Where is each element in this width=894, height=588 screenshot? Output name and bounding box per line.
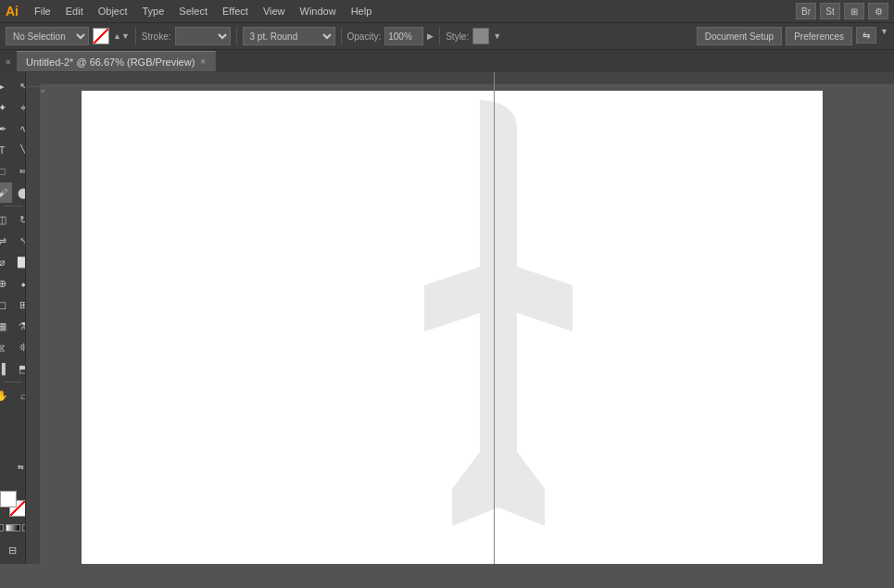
shape-builder-tool[interactable]: ⊕: [0, 273, 12, 294]
stock-icon[interactable]: St: [820, 3, 840, 19]
tool-row-5: □ ✏: [0, 161, 26, 181]
sep1: [135, 27, 136, 45]
tool-row-15: ✋ ⌕: [0, 385, 26, 406]
style-swatch[interactable]: [472, 28, 489, 44]
tool-row-7: ◫ ↻: [0, 209, 26, 230]
color-mode-solid[interactable]: [0, 524, 4, 532]
hand-tool[interactable]: ✋: [0, 385, 12, 406]
tab-bar: « Untitled-2* @ 66.67% (RGB/Preview) ×: [0, 50, 894, 72]
lasso-tool[interactable]: ⌖: [13, 97, 26, 118]
menu-file[interactable]: File: [28, 4, 57, 19]
arrange-icon[interactable]: ⇆: [856, 27, 876, 44]
line-tool[interactable]: ╲: [13, 140, 26, 160]
tool-row-9: ⌀ ⬜: [0, 252, 26, 272]
rectangle-tool[interactable]: □: [0, 161, 12, 181]
tool-row-1: ▸ ↖: [0, 76, 26, 96]
curvature-tool[interactable]: ∿: [13, 119, 26, 139]
type-tool[interactable]: T: [0, 140, 12, 160]
right-buttons: Document Setup Preferences ⇆ ▼: [697, 27, 888, 45]
blob-brush-tool[interactable]: ⬤: [13, 182, 26, 203]
sep2: [236, 27, 237, 45]
eyedropper-tool[interactable]: ⚗: [13, 316, 26, 336]
bridge-icon[interactable]: Br: [796, 3, 816, 19]
color-mode-gradient[interactable]: [6, 524, 20, 532]
airplane-shape: [359, 100, 637, 564]
left-toolbar: ▸ ↖ ✦ ⌖ ✒ ∿ T ╲ □ ✏ 🖌 ⬤ ◫ ↻ ⇌ ⤡: [0, 72, 26, 564]
document-tab[interactable]: Untitled-2* @ 66.67% (RGB/Preview) ×: [17, 51, 216, 71]
tool-row-2: ✦ ⌖: [0, 97, 26, 118]
tool-row-6: 🖌 ⬤: [0, 182, 26, 203]
arrange-arrow[interactable]: ▼: [880, 27, 888, 45]
gradient-tool[interactable]: ▦: [0, 316, 12, 336]
horizontal-ruler: // Will be drawn by SVG inline: [26, 72, 894, 87]
artboard[interactable]: [82, 91, 823, 564]
zoom-tool[interactable]: ⌕: [13, 385, 26, 406]
pen-tool[interactable]: ✒: [0, 119, 12, 139]
artboard-tool[interactable]: ⬒: [13, 358, 26, 379]
grid-icon[interactable]: ⊞: [844, 3, 864, 19]
scale-tool[interactable]: ⤡: [13, 231, 26, 251]
tool-row-3: ✒ ∿: [0, 119, 26, 139]
live-paint-tool[interactable]: ⬥: [13, 273, 26, 294]
menu-help[interactable]: Help: [345, 4, 379, 19]
sep3: [341, 27, 342, 45]
scroll-indicator: «: [41, 87, 50, 96]
tool-row-8: ⇌ ⤡: [0, 231, 26, 251]
tool-row-11: ◻ ⊞: [0, 294, 26, 315]
color-area: ⇆: [0, 491, 26, 535]
menu-bar: Ai File Edit Object Type Select Effect V…: [0, 0, 894, 22]
selection-tool[interactable]: ▸: [0, 76, 12, 96]
free-transform-tool[interactable]: ⬜: [13, 252, 26, 272]
stroke-color-swatch[interactable]: [93, 28, 109, 44]
column-graph-tool[interactable]: ▐: [0, 358, 12, 379]
style-arrow[interactable]: ▼: [493, 31, 501, 41]
main-area: ▸ ↖ ✦ ⌖ ✒ ∿ T ╲ □ ✏ 🖌 ⬤ ◫ ↻ ⇌ ⤡: [0, 72, 894, 564]
menu-icons-group: Br St ⊞ ⚙: [796, 3, 888, 19]
direct-selection-tool[interactable]: ↖: [13, 76, 26, 96]
vertical-ruler: [26, 87, 41, 564]
tool-row-12: ▦ ⚗: [0, 316, 26, 336]
blend-tool[interactable]: ⧖: [0, 337, 12, 357]
stroke-spinner[interactable]: ▲▼: [113, 31, 130, 41]
magic-wand-tool[interactable]: ✦: [0, 97, 12, 118]
warp-tool[interactable]: ⌀: [0, 252, 12, 272]
opacity-arrow[interactable]: ▶: [427, 31, 434, 41]
selection-dropdown[interactable]: No Selection: [6, 27, 89, 45]
brush-select[interactable]: 3 pt. Round: [243, 27, 335, 45]
stroke-weight-select[interactable]: [175, 27, 231, 45]
symbol-sprayer-tool[interactable]: ❊: [13, 337, 26, 357]
paintbrush-tool[interactable]: 🖌: [0, 182, 12, 203]
preferences-button[interactable]: Preferences: [786, 27, 852, 45]
document-setup-button[interactable]: Document Setup: [697, 27, 783, 45]
menu-view[interactable]: View: [257, 4, 292, 19]
tool-separator-1: [4, 206, 22, 206]
layers-panel-btn[interactable]: ⊟: [3, 540, 23, 560]
reflect-tool[interactable]: ⇌: [0, 231, 12, 251]
menu-object[interactable]: Object: [92, 4, 134, 19]
vertical-guide-line: [494, 72, 495, 564]
rotate-tool[interactable]: ↻: [13, 209, 26, 230]
sync-icon[interactable]: ⚙: [868, 3, 888, 19]
pencil-tool[interactable]: ✏: [13, 161, 26, 181]
sep4: [439, 27, 440, 45]
menu-type[interactable]: Type: [136, 4, 171, 19]
menu-edit[interactable]: Edit: [59, 4, 90, 19]
tab-scroll-left[interactable]: «: [6, 56, 13, 67]
menu-select[interactable]: Select: [172, 4, 214, 19]
menu-window[interactable]: Window: [294, 4, 343, 19]
tool-row-14: ▐ ⬒: [0, 358, 26, 379]
color-swatches-container: [0, 491, 26, 517]
perspective-tool[interactable]: ◻: [0, 294, 12, 315]
layers-icon[interactable]: ⊟: [3, 540, 23, 560]
swap-colors-icon[interactable]: ⇆: [18, 463, 24, 471]
eraser-tool[interactable]: ◫: [0, 209, 12, 230]
menu-effect[interactable]: Effect: [216, 4, 255, 19]
canvas-area[interactable]: // Will be drawn by SVG inline «: [26, 72, 894, 564]
tab-close-button[interactable]: ×: [200, 56, 206, 67]
color-mode-buttons: [0, 524, 26, 532]
mesh-tool[interactable]: ⊞: [13, 294, 26, 315]
control-toolbar: No Selection ▲▼ Stroke: 3 pt. Round Opac…: [0, 22, 894, 50]
opacity-input[interactable]: [384, 27, 423, 45]
style-label: Style:: [446, 31, 469, 42]
fill-swatch[interactable]: [0, 491, 17, 507]
